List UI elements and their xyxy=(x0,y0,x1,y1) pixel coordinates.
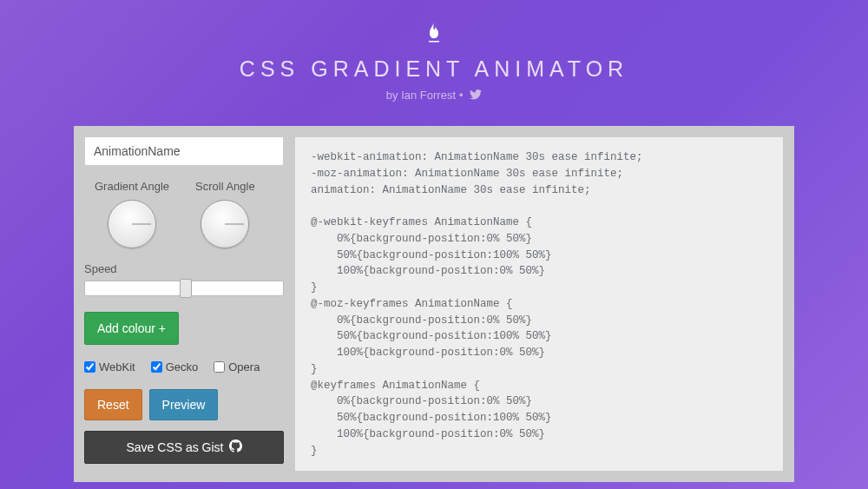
speed-slider-thumb[interactable] xyxy=(180,279,192,298)
separator-dot: • xyxy=(459,89,464,102)
byline: by Ian Forrest• xyxy=(0,89,868,102)
page-title: CSS GRADIENT ANIMATOR xyxy=(0,56,868,82)
opera-checkbox-label[interactable]: Opera xyxy=(214,360,260,373)
webkit-text: WebKit xyxy=(99,360,135,373)
animation-name-input[interactable] xyxy=(84,136,284,166)
css-output[interactable]: -webkit-animation: AnimationName 30s eas… xyxy=(294,136,784,472)
twitter-icon[interactable] xyxy=(467,89,483,102)
gecko-text: Gecko xyxy=(166,360,199,373)
controls-sidebar: Gradient Angle Scroll Angle Speed Add co… xyxy=(84,136,284,472)
gist-button-label: Save CSS as Gist xyxy=(126,440,223,454)
scroll-angle-label: Scroll Angle xyxy=(195,180,255,193)
webkit-checkbox[interactable] xyxy=(84,361,95,373)
speed-slider[interactable] xyxy=(84,281,284,296)
save-gist-button[interactable]: Save CSS as Gist xyxy=(84,431,284,464)
gecko-checkbox[interactable] xyxy=(151,361,162,373)
add-colour-button[interactable]: Add colour + xyxy=(84,312,179,345)
gecko-checkbox-label[interactable]: Gecko xyxy=(151,360,199,373)
gradient-angle-knob[interactable] xyxy=(108,200,156,248)
main-panel: Gradient Angle Scroll Angle Speed Add co… xyxy=(74,126,794,482)
byline-prefix: by xyxy=(386,89,401,102)
author-link[interactable]: Ian Forrest xyxy=(401,89,456,102)
header: CSS GRADIENT ANIMATOR by Ian Forrest• xyxy=(0,0,868,102)
reset-button[interactable]: Reset xyxy=(84,389,142,420)
speed-label: Speed xyxy=(84,262,284,275)
opera-text: Opera xyxy=(228,360,260,373)
gradient-angle-label: Gradient Angle xyxy=(95,180,169,193)
flame-logo-icon xyxy=(424,22,444,44)
opera-checkbox[interactable] xyxy=(214,361,225,373)
preview-button[interactable]: Preview xyxy=(149,389,219,420)
webkit-checkbox-label[interactable]: WebKit xyxy=(84,360,135,373)
svg-rect-0 xyxy=(429,41,439,43)
github-icon xyxy=(229,439,242,455)
scroll-angle-knob[interactable] xyxy=(201,200,249,248)
